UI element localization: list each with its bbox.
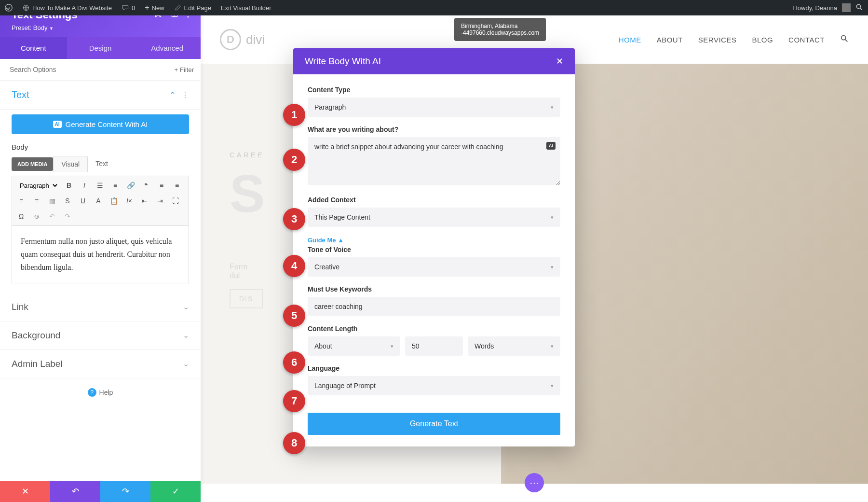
generate-text-button[interactable]: Generate Text bbox=[308, 413, 560, 435]
guide-me-link[interactable]: Guide Me ▲ bbox=[308, 237, 344, 244]
language-select[interactable]: Language of Prompt▾ bbox=[308, 376, 560, 395]
chevron-up-icon: ⌃ bbox=[169, 90, 176, 99]
ol-icon[interactable]: ≡ bbox=[110, 180, 121, 191]
editor-content[interactable]: Fermentum nulla non justo aliquet, quis … bbox=[12, 226, 189, 283]
search-input[interactable] bbox=[0, 59, 168, 80]
sidebar-footer-actions: ✕ ↶ ↷ ✓ bbox=[0, 481, 201, 502]
ai-tag-icon[interactable]: AI bbox=[546, 142, 556, 150]
select-caret-icon: ▾ bbox=[551, 214, 554, 221]
wp-logo-icon[interactable] bbox=[0, 4, 17, 12]
add-media-button[interactable]: ADD MEDIA bbox=[12, 157, 53, 171]
help-link[interactable]: ?Help bbox=[0, 378, 201, 406]
cancel-button[interactable]: ✕ bbox=[0, 481, 50, 502]
search-icon[interactable] bbox=[855, 3, 863, 13]
hero-eyebrow: CAREE bbox=[230, 151, 265, 159]
exit-vb-link[interactable]: Exit Visual Builder bbox=[216, 4, 276, 12]
bold-icon[interactable]: B bbox=[64, 180, 74, 191]
indent-icon[interactable]: ⇥ bbox=[155, 195, 165, 206]
tab-advanced[interactable]: Advanced bbox=[134, 37, 201, 59]
editor-tab-text[interactable]: Text bbox=[88, 156, 116, 172]
tone-label: Tone of Voice bbox=[308, 246, 560, 253]
align-right-icon[interactable]: ≡ bbox=[16, 195, 27, 206]
edit-page-link[interactable]: Edit Page bbox=[169, 4, 216, 12]
redo-icon[interactable]: ↷ bbox=[62, 211, 73, 222]
redo-button[interactable]: ↷ bbox=[100, 481, 150, 502]
save-button[interactable]: ✓ bbox=[150, 481, 201, 502]
annotation-badge-8: 8 bbox=[283, 432, 305, 454]
annotation-badge-4: 4 bbox=[283, 255, 305, 277]
editor-tab-visual[interactable]: Visual bbox=[53, 156, 88, 172]
ai-modal: Write Body With AI ✕ Content Type Paragr… bbox=[293, 48, 575, 446]
outdent-icon[interactable]: ⇤ bbox=[139, 195, 150, 206]
howdy-user[interactable]: Howdy, Deanna bbox=[793, 4, 837, 12]
nav-home[interactable]: HOME bbox=[619, 36, 641, 44]
quote-icon[interactable]: ❝ bbox=[141, 180, 151, 191]
chevron-down-icon: ⌄ bbox=[183, 359, 189, 368]
length-unit-select[interactable]: Words▾ bbox=[468, 336, 560, 356]
annotation-badge-2: 2 bbox=[283, 149, 305, 171]
ul-icon[interactable]: ☰ bbox=[95, 180, 105, 191]
format-select[interactable]: Paragraph bbox=[16, 181, 59, 191]
preset-selector[interactable]: Preset: Body ▼ bbox=[12, 24, 189, 31]
avatar-icon[interactable] bbox=[842, 3, 851, 12]
nav-blog[interactable]: BLOG bbox=[752, 36, 773, 44]
length-approx-select[interactable]: About▾ bbox=[308, 336, 400, 356]
help-icon: ? bbox=[88, 388, 96, 397]
align-left-icon[interactable]: ≡ bbox=[156, 180, 167, 191]
about-textarea[interactable] bbox=[308, 137, 560, 185]
content-type-select[interactable]: Paragraph▾ bbox=[308, 98, 560, 117]
nav-services[interactable]: SERVICES bbox=[698, 36, 737, 44]
chevron-down-icon: ⌄ bbox=[183, 302, 189, 311]
select-caret-icon: ▾ bbox=[551, 264, 554, 270]
tab-design[interactable]: Design bbox=[67, 37, 134, 59]
strike-icon[interactable]: S bbox=[62, 195, 73, 206]
svg-point-2 bbox=[856, 4, 860, 8]
align-justify-icon[interactable]: ≡ bbox=[31, 195, 42, 206]
accordion-text[interactable]: Text ⌃⋮ bbox=[0, 81, 201, 110]
site-logo[interactable]: D divi bbox=[220, 29, 265, 50]
italic-icon[interactable]: I bbox=[79, 180, 90, 191]
emoji-icon[interactable]: ☺ bbox=[31, 211, 42, 222]
underline-icon[interactable]: U bbox=[78, 195, 88, 206]
close-icon[interactable]: ✕ bbox=[556, 56, 563, 67]
svg-point-8 bbox=[841, 36, 846, 40]
keywords-input[interactable] bbox=[308, 297, 560, 316]
tone-select[interactable]: Creative▾ bbox=[308, 257, 560, 277]
sidebar-tabs: Content Design Advanced bbox=[0, 37, 201, 59]
nav-contact[interactable]: CONTACT bbox=[788, 36, 825, 44]
hero-content: CAREE S Ferm dui DIS bbox=[230, 151, 265, 303]
tab-content[interactable]: Content bbox=[0, 37, 67, 59]
omega-icon[interactable]: Ω bbox=[16, 211, 27, 222]
site-name-link[interactable]: How To Make A Divi Website bbox=[17, 4, 117, 12]
search-icon[interactable] bbox=[840, 34, 849, 45]
undo-icon[interactable]: ↶ bbox=[47, 211, 57, 222]
context-select[interactable]: This Page Content▾ bbox=[308, 208, 560, 227]
filter-button[interactable]: +Filter bbox=[168, 61, 201, 78]
accordion-link[interactable]: Link⌄ bbox=[0, 293, 201, 321]
hero-button[interactable]: DIS bbox=[230, 289, 263, 308]
ai-badge-icon: AI bbox=[53, 121, 62, 128]
wp-admin-bar: How To Make A Divi Website 0 +New Edit P… bbox=[0, 0, 868, 15]
fullscreen-icon[interactable]: ⛶ bbox=[170, 195, 181, 206]
undo-button[interactable]: ↶ bbox=[50, 481, 100, 502]
kebab-icon[interactable]: ⋮ bbox=[181, 90, 189, 99]
select-caret-icon: ▾ bbox=[551, 104, 554, 111]
modal-header: Write Body With AI ✕ bbox=[293, 48, 575, 74]
content-type-label: Content Type bbox=[308, 86, 560, 94]
length-number-input[interactable] bbox=[405, 336, 463, 356]
clear-format-icon[interactable]: I× bbox=[124, 195, 135, 206]
accordion-background[interactable]: Background⌄ bbox=[0, 321, 201, 350]
fab-menu-button[interactable]: ⋯ bbox=[525, 473, 544, 492]
link-icon[interactable]: 🔗 bbox=[125, 180, 136, 191]
select-caret-icon: ▾ bbox=[551, 343, 554, 349]
modal-title: Write Body With AI bbox=[305, 56, 381, 67]
comments-link[interactable]: 0 bbox=[117, 4, 140, 12]
nav-about[interactable]: ABOUT bbox=[657, 36, 683, 44]
accordion-admin-label[interactable]: Admin Label⌄ bbox=[0, 350, 201, 378]
new-link[interactable]: +New bbox=[140, 3, 169, 12]
generate-content-button[interactable]: AI Generate Content With AI bbox=[12, 114, 189, 134]
table-icon[interactable]: ▦ bbox=[47, 195, 57, 206]
paste-icon[interactable]: 📋 bbox=[108, 195, 119, 206]
text-color-icon[interactable]: A bbox=[93, 195, 104, 206]
align-center-icon[interactable]: ≡ bbox=[172, 180, 182, 191]
